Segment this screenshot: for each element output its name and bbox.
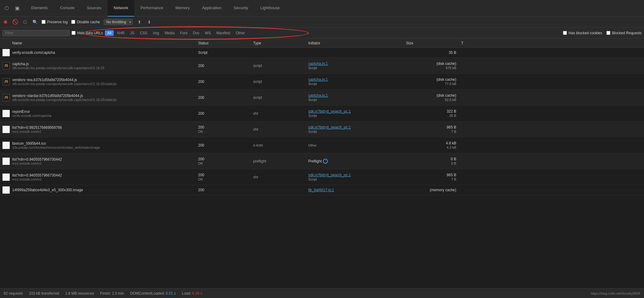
initiator-link[interactable]: sdk.js?bid=tt_search_pc:1 [308, 173, 406, 177]
row-secondary-name: sf6-scmcdn-tos.pstatp.com/goofy/secsdk-c… [12, 98, 117, 102]
cursor-icon[interactable]: ⬡ [2, 4, 11, 13]
disable-cache-checkbox[interactable] [71, 20, 75, 24]
table-row[interactable]: verify.snssdk.com/captcha Script 35 B [0, 48, 644, 58]
row-icon: JS [2, 94, 10, 101]
download-arrow-icon[interactable]: ⬇ [146, 19, 152, 25]
filter-type-btn-all[interactable]: All [105, 30, 114, 36]
tab-console[interactable]: Console [54, 0, 81, 17]
preserve-log-label: Preserve log [47, 20, 68, 24]
table-row[interactable]: list?rdn=0.9405557966730442 mcs.snssdk.c… [0, 153, 644, 169]
row-name-text: list?rdn=0.9405557966730442 mcs.snssdk.c… [12, 173, 62, 181]
tab-application[interactable]: Application [196, 0, 228, 17]
throttle-select[interactable]: No throttling [104, 19, 133, 25]
row-secondary-name: mcs.snssdk.com/v1 [12, 162, 62, 165]
dock-icon[interactable]: ▣ [13, 4, 21, 13]
status-bar-url: https://blog.csdn.net/Sunsky0504 [591, 292, 640, 295]
filter-type-btn-manifest[interactable]: Manifest [214, 30, 233, 36]
row-primary-name: list?rdn=0.9405557966730442 [12, 157, 62, 162]
preserve-log-checkbox-label[interactable]: Preserve log [42, 20, 68, 24]
tab-memory[interactable]: Memory [169, 0, 196, 17]
row-size-secondary: 35 B [449, 114, 456, 117]
table-row[interactable]: JS vendors~slardar.b37b1d5fa9d7205b4044.… [0, 90, 644, 106]
row-name-text: list?rdn=0.9925176669569766 mcs.snssdk.c… [12, 125, 62, 133]
table-row[interactable]: list?rdn=0.9405557966730442 mcs.snssdk.c… [0, 169, 644, 185]
initiator-link[interactable]: lib_6af4817.js:1 [308, 188, 406, 192]
col-header-name[interactable]: Name [2, 41, 198, 45]
table-row[interactable]: JS vendors~tea.b37b1d5fa9d7205b4044.js s… [0, 74, 644, 90]
table-row[interactable]: 14f999a259abce4d4e3_e5_300x300.image 200… [0, 185, 644, 195]
filter-input[interactable] [5, 31, 67, 35]
row-initiator-cell: sdk.js?bid=tt_search_pc:1 Script [308, 173, 406, 181]
tab-elements[interactable]: Elements [25, 0, 54, 17]
filter-type-btn-ws[interactable]: WS [202, 30, 213, 36]
table-row[interactable]: list?rdn=0.9925176669569766 mcs.snssdk.c… [0, 121, 644, 137]
filter-icon[interactable]: ⬡ [22, 19, 28, 25]
initiator-type: Script [308, 98, 317, 102]
tab-performance[interactable]: Performance [134, 0, 169, 17]
col-header-type[interactable]: Type [253, 41, 308, 45]
disable-cache-checkbox-label[interactable]: Disable cache [71, 20, 100, 24]
row-status-value: 200 [198, 80, 253, 84]
filter-type-btn-doc[interactable]: Doc [191, 30, 202, 36]
table-row[interactable]: JS captcha.js sf6-scmcdn-tos.pstatp.com/… [0, 58, 644, 74]
row-initiator-cell: captcha.js:1 Script [308, 93, 406, 102]
row-icon [2, 158, 10, 165]
table-header: Name Status Type Initiator Size T [0, 39, 644, 48]
hide-data-urls-checkbox[interactable] [72, 31, 76, 35]
record-button[interactable]: ⏺ [2, 19, 9, 25]
row-name-text: vendors~tea.b37b1d5fa9d7205b4044.js sf6-… [12, 78, 117, 86]
filter-type-btn-img[interactable]: Img [150, 30, 161, 36]
blocked-requests-checkbox[interactable] [606, 31, 610, 35]
initiator-link[interactable]: captcha.js:1 [308, 61, 406, 66]
row-size-cell: (disk cache) 679 kB [406, 61, 461, 70]
stop-button[interactable]: 🚫 [12, 19, 18, 25]
hide-data-urls-text: Hide data URLs [77, 31, 103, 35]
search-icon[interactable]: 🔍 [32, 19, 38, 25]
row-status-cell: 200 [198, 111, 253, 116]
tab-bar-icons: ⬡ ▣ [2, 4, 21, 13]
filter-type-btn-media[interactable]: Media [162, 30, 177, 36]
row-name-text: verify.snssdk.com/captcha [12, 50, 55, 55]
row-status-sub: OK [198, 177, 203, 181]
tab-sources[interactable]: Sources [81, 0, 108, 17]
throttle-wrapper[interactable]: No throttling [104, 19, 133, 25]
row-name-cell: reportError verify.snssdk.com/captcha [2, 110, 198, 117]
has-blocked-cookies-label[interactable]: Has blocked cookies [563, 31, 602, 35]
row-primary-name: favicon_5995b44.ico [12, 141, 100, 146]
initiator-link[interactable]: captcha.js:1 [308, 93, 406, 98]
tab-bar: ⬡ ▣ Elements Console Sources Network Per… [0, 0, 644, 17]
filter-type-btn-js[interactable]: JS [128, 30, 137, 36]
row-status-cell: 200 [198, 95, 253, 100]
row-size-cell: 865 B 7 B [406, 125, 461, 134]
initiator-link[interactable]: sdk.js?bid=tt_search_pc:1 [308, 109, 406, 114]
hide-data-urls-label[interactable]: Hide data URLs [72, 31, 103, 35]
table-row[interactable]: reportError verify.snssdk.com/captcha 20… [0, 106, 644, 121]
row-size-cell: 0 B 0 B [406, 157, 461, 166]
filter-type-btn-css[interactable]: CSS [137, 30, 150, 36]
tab-security[interactable]: Security [228, 0, 254, 17]
table-row[interactable]: favicon_5995b44.ico s3a.pstatp.com/touti… [0, 137, 644, 153]
row-name-cell: list?rdn=0.9405557966730442 mcs.snssdk.c… [2, 157, 198, 165]
blocked-requests-label[interactable]: Blocked Requests [606, 31, 642, 35]
row-status-cell: Script [198, 50, 253, 55]
tab-lighthouse[interactable]: Lighthouse [254, 0, 286, 17]
col-header-status[interactable]: Status [198, 41, 253, 45]
row-name-text: 14f999a259abce4d4e3_e5_300x300.image [12, 188, 83, 192]
row-status-value: 200 [198, 143, 253, 147]
col-header-size[interactable]: Size [406, 41, 461, 45]
initiator-link[interactable]: captcha.js:1 [308, 77, 406, 82]
upload-arrow-icon[interactable]: ⬆ [136, 19, 142, 25]
has-blocked-cookies-checkbox[interactable] [563, 31, 567, 35]
col-header-initiator[interactable]: Initiator [308, 41, 406, 45]
col-header-time[interactable]: T [461, 41, 642, 45]
filter-type-btn-xhr[interactable]: XHR [114, 30, 127, 36]
row-size-cell: 865 B 7 B [406, 173, 461, 181]
initiator-type: Script [308, 130, 317, 133]
info-icon[interactable]: ↑ [323, 159, 328, 164]
preserve-log-checkbox[interactable] [42, 20, 46, 24]
initiator-link[interactable]: sdk.js?bid=tt_search_pc:1 [308, 125, 406, 129]
filter-type-btn-other[interactable]: Other [233, 30, 247, 36]
tab-network[interactable]: Network [108, 0, 135, 17]
row-primary-name: reportError [12, 110, 51, 114]
filter-type-btn-font[interactable]: Font [178, 30, 190, 36]
